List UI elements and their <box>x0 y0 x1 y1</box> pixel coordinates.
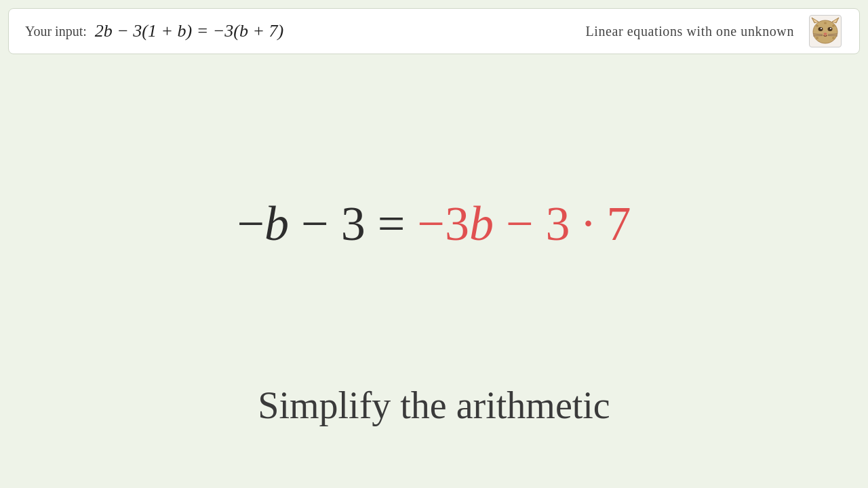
simplify-instruction: Simplify the arithmetic <box>0 384 868 427</box>
equation-right: −3b − 3 · 7 <box>417 196 631 252</box>
equation-left: −b − 3 = <box>237 196 417 252</box>
equation-display: −b − 3 = −3b − 3 · 7 <box>237 196 631 252</box>
